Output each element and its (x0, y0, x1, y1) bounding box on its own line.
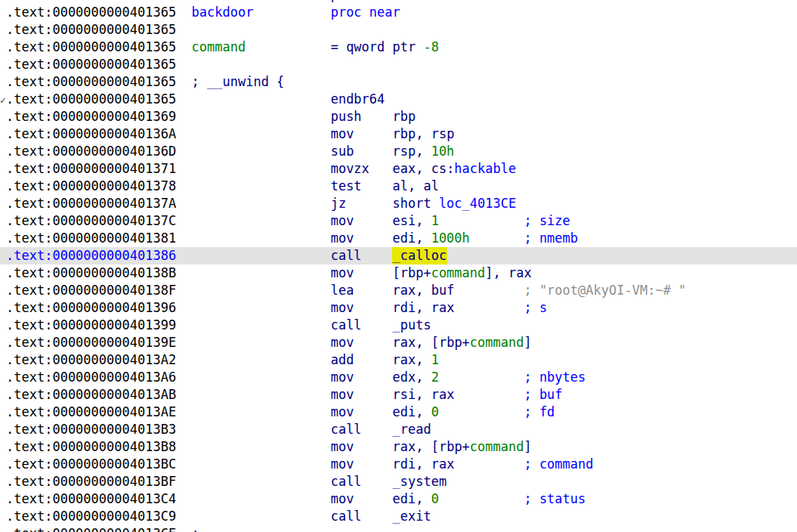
asm-line[interactable]: .text:0000000000401369pushrbp (0, 108, 797, 125)
instruction-text[interactable]: mov (331, 299, 354, 317)
instruction-text[interactable]: ], rax (485, 264, 531, 282)
address-label[interactable]: .text:00000000004013AE (6, 404, 176, 421)
asm-line[interactable]: .text:0000000000401399call_puts (0, 317, 797, 334)
comment[interactable]: ; fd (524, 404, 555, 421)
address-label[interactable]: .text:00000000004013AB (6, 386, 176, 404)
instruction-text[interactable]: mov (331, 369, 354, 386)
instruction-text[interactable]: call (331, 421, 362, 438)
asm-line[interactable]: .text:000000000040139Emovrax, [rbp+comma… (0, 334, 797, 351)
address-label[interactable]: .text:0000000000401399 (6, 317, 176, 334)
instruction-text[interactable]: rdi, rax (393, 456, 455, 473)
number-literal[interactable]: -8 (423, 39, 438, 56)
instruction-text[interactable]: rax, [rbp+ (393, 334, 470, 351)
number-literal[interactable]: 0 (431, 490, 439, 508)
instruction-text[interactable]: rsi, rax (393, 386, 455, 404)
address-label[interactable]: .text:000000000040136D (6, 143, 176, 160)
asm-line[interactable]: .text:00000000004013C9call_exit (0, 508, 797, 525)
asm-line[interactable]: .text:00000000004013C4movedi, 0; status (0, 490, 797, 508)
instruction-text[interactable]: mov (331, 386, 354, 404)
asm-line[interactable]: .text:0000000000401365backdoorproc near (0, 4, 797, 21)
number-literal[interactable]: 0 (431, 404, 439, 421)
number-literal[interactable]: 1 (431, 212, 439, 230)
variable-name[interactable]: command (431, 264, 486, 282)
instruction-text[interactable]: rax, buf (393, 282, 455, 299)
address-label[interactable]: .text:0000000000401378 (6, 178, 176, 195)
instruction-text[interactable]: mov (331, 125, 354, 143)
address-label[interactable]: .text:00000000004013A2 (6, 351, 176, 369)
address-label[interactable]: .text:00000000004013B8 (6, 438, 176, 456)
comment[interactable]: ; nmemb (524, 230, 578, 247)
asm-line[interactable]: .text:000000000040136Dsubrsp, 10h (0, 143, 797, 160)
comment[interactable]: ; status (524, 490, 585, 508)
address-label[interactable]: .text:00000000004013A6 (6, 369, 176, 386)
asm-line[interactable]: .text:00000000004013B8movrax, [rbp+comma… (0, 438, 797, 456)
instruction-text[interactable]: rax, [rbp+ (393, 438, 470, 456)
variable-name[interactable]: command (470, 438, 524, 456)
instruction-text[interactable]: call (331, 247, 362, 264)
instruction-text[interactable]: call (331, 317, 362, 334)
instruction-text[interactable]: al, al (393, 178, 439, 195)
instruction-text[interactable]: endbr64 (331, 91, 385, 108)
asm-line[interactable]: .text:00000000004013A6movedx, 2; nbytes (0, 369, 797, 386)
asm-line[interactable]: .text:000000000040138Bmov[rbp+command], … (0, 264, 797, 282)
asm-line[interactable]: .text:0000000000401365command= qword ptr… (0, 39, 797, 56)
asm-line[interactable]: .text:00000000004013BCmovrdi, rax; comma… (0, 456, 797, 473)
instruction-text[interactable]: edx, (393, 369, 431, 386)
address-label[interactable]: .text:000000000040136A (6, 125, 176, 143)
asm-line[interactable]: .text:0000000000401381movedi, 1000h; nme… (0, 230, 797, 247)
instruction-text[interactable]: short (393, 195, 439, 212)
symbol-name[interactable]: hackable (454, 160, 516, 178)
instruction-text[interactable]: [rbp+ (393, 264, 431, 282)
address-label[interactable]: .text:00000000004013CE (6, 525, 176, 532)
instruction-text[interactable]: ; __unwind { (192, 73, 285, 91)
address-label[interactable]: .text:0000000000401369 (6, 108, 176, 125)
asm-line[interactable]: .text:00000000004013BFcall_system (0, 473, 797, 490)
asm-line[interactable]: .text:0000000000401371movzxeax, cs:hacka… (0, 160, 797, 178)
variable-name[interactable]: command (470, 334, 524, 351)
address-label[interactable]: .text:0000000000401371 (6, 160, 176, 178)
address-label[interactable]: .text:0000000000401365 (6, 4, 176, 21)
instruction-text[interactable]: ; (192, 525, 199, 532)
address-label[interactable]: .text:000000000040137C (6, 212, 176, 230)
address-label[interactable]: .text:0000000000401365 (6, 21, 176, 39)
address-label[interactable]: .text:000000000040137A (6, 195, 176, 212)
asm-line[interactable]: .text:0000000000401378testal, al (0, 178, 797, 195)
address-label[interactable]: .text:0000000000401365 (6, 56, 176, 73)
highlighted-word[interactable]: _calloc (392, 247, 448, 264)
instruction-text[interactable]: mov (331, 490, 354, 508)
instruction-text[interactable]: eax, cs: (393, 160, 455, 178)
asm-line[interactable]: .text:000000000040138Flearax, buf; "root… (0, 282, 797, 299)
asm-line[interactable]: .text:0000000000401386call_calloc (0, 247, 797, 264)
instruction-text[interactable]: ] (524, 438, 531, 456)
instruction-text[interactable]: rsp, (393, 143, 431, 160)
address-label[interactable]: .text:0000000000401365 (6, 91, 176, 108)
number-literal[interactable]: 1 (431, 351, 439, 369)
instruction-text[interactable]: mov (331, 456, 354, 473)
instruction-text[interactable]: mov (331, 334, 354, 351)
instruction-text[interactable]: test (331, 178, 362, 195)
instruction-text[interactable]: rbp, rsp (393, 125, 455, 143)
address-label[interactable]: .text:00000000004013BF (6, 473, 176, 490)
symbol-name[interactable]: proc near (331, 4, 400, 21)
instruction-text[interactable]: = qword ptr (331, 39, 424, 56)
instruction-text[interactable]: rax, (393, 351, 431, 369)
comment[interactable]: ; buf (524, 386, 562, 404)
instruction-text[interactable]: mov (331, 264, 354, 282)
instruction-text[interactable]: call (331, 508, 362, 525)
address-label[interactable]: .text:000000000040138B (6, 264, 176, 282)
symbol-name[interactable]: backdoor (192, 4, 254, 21)
asm-line[interactable]: .text:0000000000401365 (0, 56, 797, 73)
instruction-text[interactable]: _read (393, 421, 431, 438)
asm-line[interactable]: .text:000000000040137Cmovesi, 1; size (0, 212, 797, 230)
asm-line[interactable]: .text:000000000040137Ajzshort loc_4013CE (0, 195, 797, 212)
number-literal[interactable]: 1000h (431, 230, 470, 247)
instruction-text[interactable]: mov (331, 438, 354, 456)
asm-line[interactable]: .text:00000000004013AEmovedi, 0; fd (0, 404, 797, 421)
comment[interactable]: ; nbytes (524, 369, 585, 386)
instruction-text[interactable]: _puts (393, 317, 431, 334)
instruction-text[interactable]: jz (331, 195, 346, 212)
asm-line[interactable]: .text:00000000004013CE; (0, 525, 797, 532)
address-label[interactable]: .text:00000000004013B3 (6, 421, 176, 438)
number-literal[interactable]: 2 (431, 369, 439, 386)
instruction-text[interactable]: mov (331, 212, 354, 230)
